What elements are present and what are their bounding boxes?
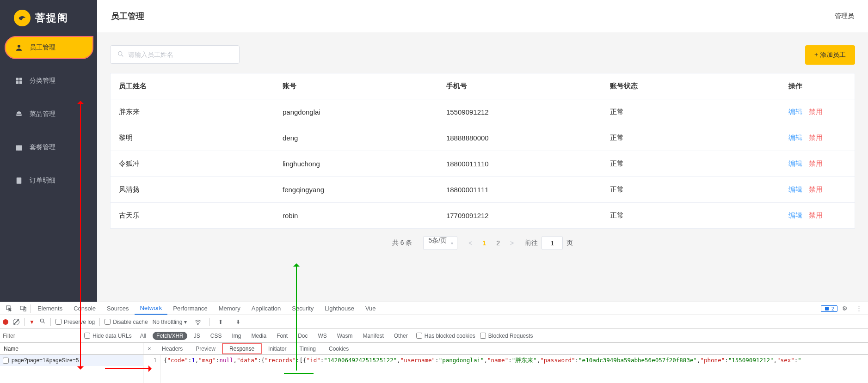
detail-tab-cookies[interactable]: Cookies	[322, 343, 355, 354]
search-box[interactable]	[110, 45, 240, 64]
svg-point-0	[18, 45, 20, 48]
preserve-log-check[interactable]: Preserve log	[55, 319, 95, 325]
type-filter-js[interactable]: JS	[190, 332, 204, 340]
devtools-tab-performance[interactable]: Performance	[167, 302, 213, 315]
devtools-tab-lighthouse[interactable]: Lighthouse	[319, 302, 360, 315]
page-total: 共 6 条	[392, 239, 412, 247]
devtools-tab-vue[interactable]: Vue	[360, 302, 382, 315]
disable-cache-check[interactable]: Disable cache	[105, 319, 148, 325]
devtools-tab-elements[interactable]: Elements	[32, 302, 68, 315]
type-filter-media[interactable]: Media	[247, 332, 270, 340]
cell-name: 古天乐	[111, 203, 274, 229]
detail-tab-timing[interactable]: Timing	[293, 343, 322, 354]
table-row: 风清扬fengqingyang18800001111正常编辑禁用	[111, 177, 855, 203]
annotation-underline-green	[284, 373, 314, 374]
sidebar-item-category[interactable]: 分类管理	[5, 69, 93, 92]
jump-input[interactable]	[542, 236, 563, 250]
edit-link[interactable]: 编辑	[788, 108, 802, 116]
sidebar-item-label: 员工管理	[30, 43, 55, 52]
logo: 菩提阁	[0, 0, 97, 36]
type-filter-css[interactable]: CSS	[207, 332, 226, 340]
settings-icon[interactable]: ⚙	[838, 302, 851, 315]
detail-tab-response[interactable]: Response	[222, 343, 262, 354]
dish-icon	[15, 110, 23, 118]
main: 员工管理 管理员 + 添加员工 员工姓名 账号	[97, 0, 868, 302]
blocked-requests-check[interactable]: Blocked Requests	[480, 333, 533, 339]
close-icon[interactable]: ×	[143, 346, 155, 352]
edit-link[interactable]: 编辑	[788, 211, 802, 219]
svg-point-18	[40, 319, 43, 322]
edit-link[interactable]: 编辑	[788, 159, 802, 167]
edit-link[interactable]: 编辑	[788, 185, 802, 193]
chevron-down-icon: ▾	[184, 319, 187, 325]
request-row[interactable]: page?page=1&pageSize=5	[0, 355, 143, 366]
filter-toggle-icon[interactable]: ▼	[29, 319, 35, 325]
type-filter-other[interactable]: Other	[390, 332, 412, 340]
detail-tab-initiator[interactable]: Initiator	[262, 343, 293, 354]
page-size-select[interactable]: 5条/页	[423, 236, 457, 250]
blocked-cookies-check[interactable]: Has blocked cookies	[416, 333, 475, 339]
devtools-tab-sources[interactable]: Sources	[101, 302, 135, 315]
col-name: 员工姓名	[111, 73, 274, 99]
search-icon[interactable]	[39, 318, 46, 326]
col-phone: 手机号	[438, 73, 602, 99]
sidebar-item-employee[interactable]: 员工管理	[5, 36, 93, 59]
record-icon[interactable]	[3, 319, 8, 325]
prev-page-button[interactable]: <	[468, 239, 472, 247]
type-filter-img[interactable]: Img	[228, 332, 245, 340]
sidebar-item-label: 菜品管理	[30, 110, 55, 118]
edit-link[interactable]: 编辑	[788, 134, 802, 141]
add-employee-button[interactable]: + 添加员工	[805, 45, 855, 65]
device-icon[interactable]	[17, 302, 30, 315]
kebab-icon[interactable]: ⋮	[852, 302, 865, 315]
type-filter-ws[interactable]: WS	[314, 332, 331, 340]
disable-link[interactable]: 禁用	[809, 159, 823, 167]
type-filter-all[interactable]: All	[136, 332, 150, 340]
devtools-tab-console[interactable]: Console	[68, 302, 101, 315]
detail-tab-headers[interactable]: Headers	[155, 343, 189, 354]
devtools-tab-network[interactable]: Network	[135, 302, 168, 315]
response-json[interactable]: {"code":1,"msg":null,"data":{"records":[…	[161, 355, 868, 383]
issues-badge[interactable]: 2	[821, 305, 837, 312]
disable-link[interactable]: 禁用	[809, 211, 823, 219]
cell-name: 风清扬	[111, 177, 274, 203]
hide-data-urls-check[interactable]: Hide data URLs	[84, 333, 132, 339]
wifi-icon[interactable]	[191, 316, 204, 328]
cell-status: 正常	[602, 151, 780, 177]
devtools-tab-application[interactable]: Application	[246, 302, 287, 315]
cell-account: fengqingyang	[274, 177, 438, 203]
upload-icon[interactable]: ⬆	[214, 316, 227, 328]
disable-link[interactable]: 禁用	[809, 185, 823, 193]
cell-phone: 18800001111	[438, 177, 602, 203]
inspect-icon[interactable]	[3, 302, 16, 315]
download-icon[interactable]: ⬇	[232, 316, 245, 328]
next-page-button[interactable]: >	[510, 239, 514, 247]
disable-link[interactable]: 禁用	[809, 108, 823, 116]
disable-link[interactable]: 禁用	[809, 134, 823, 141]
filter-input[interactable]	[3, 333, 80, 339]
detail-tab-preview[interactable]: Preview	[189, 343, 222, 354]
clear-icon[interactable]	[13, 319, 19, 325]
throttling-select[interactable]: No throttling▾	[153, 319, 187, 325]
admin-link[interactable]: 管理员	[835, 12, 854, 20]
page-2[interactable]: 2	[496, 239, 500, 247]
search-icon	[117, 50, 124, 59]
devtools-tab-security[interactable]: Security	[286, 302, 319, 315]
type-filter-font[interactable]: Font	[273, 332, 291, 340]
cell-account: linghuchong	[274, 151, 438, 177]
type-filter-manifest[interactable]: Manifest	[359, 332, 387, 340]
col-action: 操作	[780, 73, 855, 99]
col-account: 账号	[274, 73, 438, 99]
type-filter-fetchxhr[interactable]: Fetch/XHR	[153, 332, 187, 340]
svg-line-13	[122, 55, 123, 56]
type-filter-wasm[interactable]: Wasm	[333, 332, 357, 340]
cell-phone: 18800011110	[438, 151, 602, 177]
svg-rect-17	[825, 307, 829, 310]
doc-icon	[15, 176, 23, 185]
request-checkbox[interactable]	[3, 358, 9, 364]
sidebar-item-label: 分类管理	[30, 77, 55, 85]
svg-rect-1	[16, 78, 18, 80]
search-input[interactable]	[128, 51, 233, 58]
devtools-tab-memory[interactable]: Memory	[213, 302, 246, 315]
page-1[interactable]: 1	[482, 239, 486, 247]
